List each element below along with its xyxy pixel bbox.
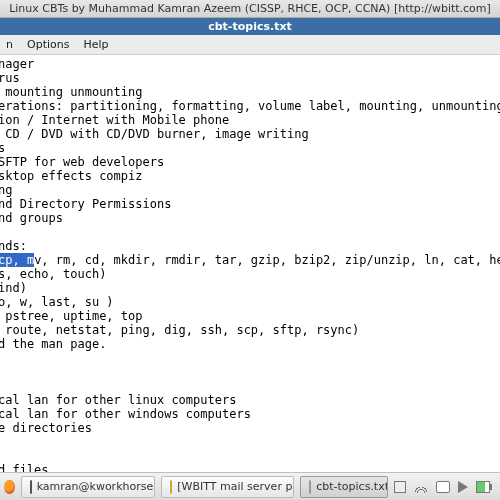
taskbar-item-label: [WBITT mail server po...: [177, 480, 294, 493]
menu-item-options[interactable]: Options: [27, 38, 69, 51]
taskbar-item-editor[interactable]: cbt-topics.txt: [300, 476, 388, 498]
text-selection[interactable]: cp, m: [0, 253, 34, 267]
taskbar-item-terminal[interactable]: kamran@kworkhorse:/...: [21, 476, 156, 498]
battery-icon[interactable]: [476, 481, 490, 493]
document-window-title: cbt-topics.txt: [208, 20, 292, 33]
taskbar-item-label: cbt-topics.txt: [316, 480, 388, 493]
taskbar-item-mail[interactable]: [WBITT mail server po...: [161, 476, 294, 498]
menu-item[interactable]: n: [6, 38, 13, 51]
system-tray: [394, 481, 496, 493]
mail-icon: [170, 480, 172, 494]
menu-item-help[interactable]: Help: [83, 38, 108, 51]
parent-window-titlebar: Linux CBTs by Muhammad Kamran Azeem (CIS…: [0, 0, 500, 18]
text-editor-content[interactable]: nager rus mounting unmounting erations: …: [0, 55, 500, 485]
wifi-icon[interactable]: [414, 481, 428, 493]
network-icon[interactable]: [436, 481, 450, 493]
terminal-icon: [30, 480, 32, 494]
taskbar: kamran@kworkhorse:/... [WBITT mail serve…: [0, 472, 500, 500]
document-window-titlebar[interactable]: cbt-topics.txt: [0, 18, 500, 35]
tray-indicator-icon[interactable]: [394, 481, 406, 493]
taskbar-item-label: kamran@kworkhorse:/...: [37, 480, 156, 493]
text-file-icon: [309, 480, 311, 494]
parent-window-title: Linux CBTs by Muhammad Kamran Azeem (CIS…: [9, 2, 491, 15]
volume-icon[interactable]: [458, 481, 468, 493]
menubar: n Options Help: [0, 35, 500, 55]
firefox-icon[interactable]: [4, 480, 15, 494]
